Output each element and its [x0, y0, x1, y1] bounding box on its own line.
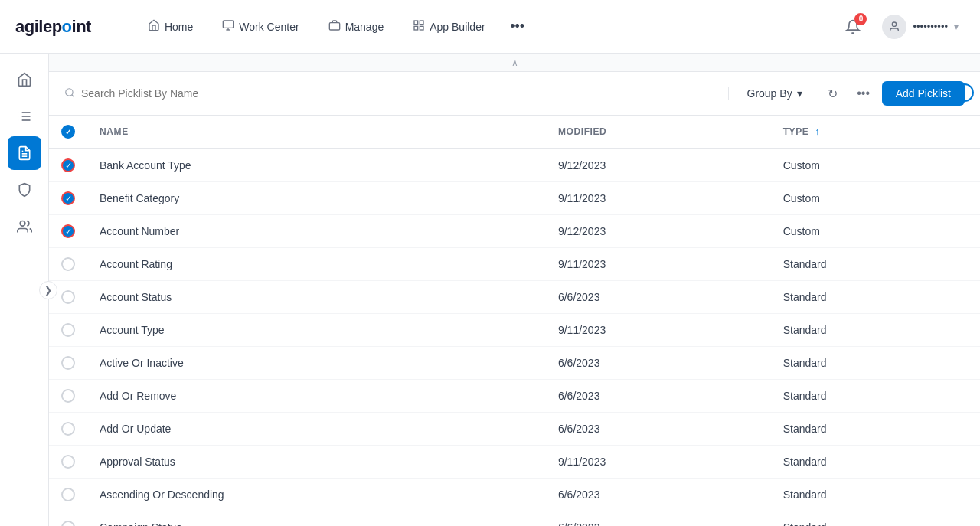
nav-more-button[interactable]: •••	[504, 13, 531, 41]
header-type[interactable]: TYPE ↑	[771, 116, 980, 149]
refresh-icon: ↻	[828, 87, 838, 101]
nav-right: 0 •••••••••• ▾	[839, 11, 965, 42]
collapse-bar[interactable]: ∧	[49, 54, 980, 72]
row-checkbox-empty[interactable]	[61, 389, 75, 403]
table-row: ✓Account Number9/12/2023Custom	[49, 215, 980, 248]
nav-home[interactable]: Home	[137, 13, 204, 41]
header-name: NAME	[87, 116, 546, 149]
search-icon	[64, 87, 75, 100]
info-icon: i	[963, 87, 965, 98]
row-checkbox[interactable]: ✓	[61, 158, 75, 172]
sort-arrow-icon: ↑	[815, 126, 820, 137]
table-row: Account Status6/6/2023Standard	[49, 281, 980, 314]
header-modified: MODIFIED	[546, 116, 771, 149]
row-checkbox-empty[interactable]	[61, 488, 75, 501]
row-name[interactable]: Account Type	[87, 314, 546, 347]
search-input[interactable]	[81, 87, 713, 100]
row-type: Standard	[771, 479, 980, 511]
user-section[interactable]: •••••••••• ▾	[876, 11, 965, 42]
add-picklist-label: Add Picklist	[896, 87, 951, 100]
toolbar: Group By ▾ ↻ ••• Add Picklist	[49, 72, 980, 116]
row-name[interactable]: Account Rating	[87, 248, 546, 281]
row-modified: 9/11/2023	[546, 182, 771, 215]
nav-app-builder[interactable]: App Builder	[402, 13, 495, 41]
row-checkbox-cell: ✓	[49, 182, 87, 215]
nav-manage[interactable]: Manage	[318, 13, 395, 41]
row-checkbox-empty[interactable]	[61, 455, 75, 469]
logo-text: agilepoint	[15, 17, 91, 37]
nav-links: Home Work Center Manage App Builder •••	[137, 13, 840, 41]
svg-point-17	[20, 221, 25, 227]
sidebar-item-users[interactable]	[8, 210, 41, 243]
row-checkbox[interactable]: ✓	[61, 191, 75, 205]
info-button[interactable]: i	[956, 83, 974, 102]
row-checkbox-empty[interactable]	[61, 323, 75, 337]
row-checkbox-cell: ✓	[49, 149, 87, 182]
more-options-icon: •••	[857, 87, 870, 100]
group-by-label: Group By	[747, 87, 792, 100]
row-checkbox-empty[interactable]	[61, 521, 75, 526]
table-row: Account Type9/11/2023Standard	[49, 314, 980, 347]
row-checkbox[interactable]: ✓	[61, 224, 75, 238]
row-checkbox-cell	[49, 446, 87, 479]
svg-line-19	[72, 94, 74, 96]
table-row: Active Or Inactive6/6/2023Standard	[49, 347, 980, 380]
header-checkbox-col: ✓	[49, 116, 87, 149]
user-name: ••••••••••	[913, 21, 948, 32]
row-name[interactable]: Add Or Update	[87, 413, 546, 446]
row-modified: 6/6/2023	[546, 347, 771, 380]
row-name[interactable]: Account Number	[87, 215, 546, 248]
row-checkbox-cell	[49, 479, 87, 511]
svg-point-18	[66, 88, 73, 95]
row-type: Custom	[771, 215, 980, 248]
row-modified: 9/12/2023	[546, 215, 771, 248]
nav-home-label: Home	[165, 21, 193, 33]
row-type: Custom	[771, 182, 980, 215]
sidebar-item-list[interactable]	[8, 100, 41, 133]
row-modified: 6/6/2023	[546, 281, 771, 314]
row-checkbox-cell	[49, 380, 87, 413]
table-row: Ascending Or Descending6/6/2023Standard	[49, 479, 980, 511]
row-checkbox-empty[interactable]	[61, 356, 75, 370]
sidebar: ❯	[0, 54, 49, 526]
app-builder-nav-icon	[413, 19, 425, 34]
table-row: ✓Benefit Category9/11/2023Custom	[49, 182, 980, 215]
row-name[interactable]: Benefit Category	[87, 182, 546, 215]
row-checkbox-cell: ✓	[49, 215, 87, 248]
table-row: Add Or Update6/6/2023Standard	[49, 413, 980, 446]
row-name[interactable]: Campaign Status	[87, 511, 546, 527]
row-checkbox-empty[interactable]	[61, 290, 75, 304]
sidebar-item-shield[interactable]	[8, 173, 41, 207]
refresh-button[interactable]: ↻	[821, 81, 845, 106]
group-by-button[interactable]: Group By ▾	[738, 83, 812, 104]
row-name[interactable]: Approval Status	[87, 446, 546, 479]
svg-rect-7	[420, 26, 424, 30]
sidebar-item-document[interactable]	[8, 136, 41, 170]
header-checkbox[interactable]: ✓	[61, 125, 75, 139]
row-modified: 9/11/2023	[546, 314, 771, 347]
group-by-chevron-icon: ▾	[797, 87, 802, 100]
notification-button[interactable]: 0	[839, 13, 867, 41]
row-name[interactable]: Account Status	[87, 281, 546, 314]
chevron-right-icon: ❯	[44, 285, 52, 296]
more-options-button[interactable]: •••	[851, 81, 876, 106]
table-header: ✓ NAME MODIFIED TYPE ↑	[49, 116, 980, 149]
sidebar-item-home[interactable]	[8, 63, 41, 96]
row-checkbox-empty[interactable]	[61, 422, 75, 436]
main-layout: ❯ ∧ Group By ▾ ↻	[0, 54, 980, 526]
row-name[interactable]: Active Or Inactive	[87, 347, 546, 380]
sidebar-toggle[interactable]: ❯	[39, 281, 57, 299]
nav-work-center[interactable]: Work Center	[211, 13, 309, 41]
search-container	[64, 87, 729, 100]
collapse-icon: ∧	[511, 57, 518, 68]
table-row: Add Or Remove6/6/2023Standard	[49, 380, 980, 413]
row-name[interactable]: Bank Account Type	[87, 149, 546, 182]
row-name[interactable]: Ascending Or Descending	[87, 479, 546, 511]
row-type: Standard	[771, 248, 980, 281]
row-checkbox-empty[interactable]	[61, 257, 75, 271]
row-type: Standard	[771, 446, 980, 479]
avatar	[882, 15, 906, 39]
table-row: Approval Status9/11/2023Standard	[49, 446, 980, 479]
row-name[interactable]: Add Or Remove	[87, 380, 546, 413]
add-picklist-button[interactable]: Add Picklist	[882, 81, 965, 106]
